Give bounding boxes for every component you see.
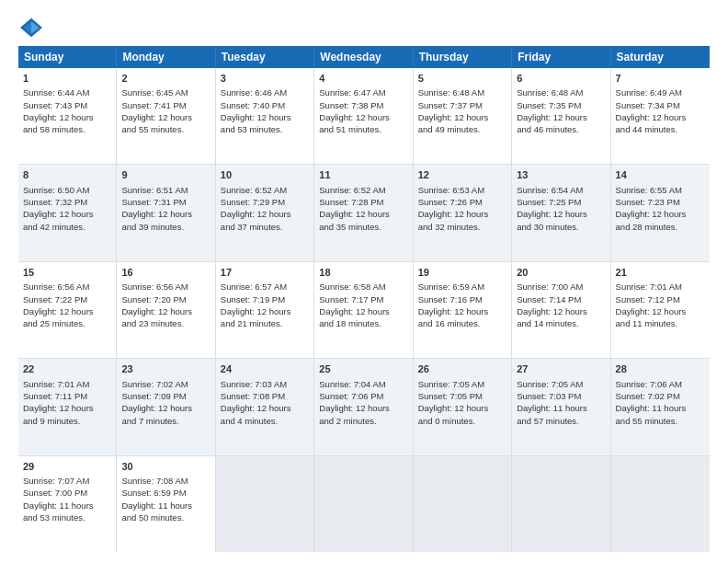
cal-cell-day-5: 5Sunrise: 6:48 AMSunset: 7:37 PMDaylight… [414, 68, 512, 164]
day-info-line: Sunset: 7:29 PM [221, 196, 309, 208]
day-info-line: Daylight: 11 hours [517, 402, 605, 414]
day-info-line: Sunset: 7:20 PM [121, 293, 210, 305]
day-info-line: and 9 minutes. [23, 415, 111, 427]
logo-icon [18, 17, 44, 39]
day-info-line: Daylight: 12 hours [418, 402, 506, 414]
day-info-line: and 55 minutes. [121, 123, 210, 135]
cal-cell-day-24: 24Sunrise: 7:03 AMSunset: 7:08 PMDayligh… [216, 359, 314, 454]
day-info-line: Sunset: 7:03 PM [517, 390, 605, 402]
cal-cell-day-22: 22Sunrise: 7:01 AMSunset: 7:11 PMDayligh… [18, 359, 117, 454]
day-info-line: and 4 minutes. [221, 415, 309, 427]
day-info-line: Sunrise: 7:07 AM [23, 475, 111, 487]
day-number: 5 [418, 72, 506, 86]
day-info-line: Daylight: 12 hours [23, 111, 111, 123]
day-info-line: Sunset: 7:43 PM [23, 99, 111, 111]
page: SundayMondayTuesdayWednesdayThursdayFrid… [0, 0, 728, 563]
day-info-line: Sunset: 7:16 PM [418, 293, 506, 305]
day-info-line: Sunset: 7:32 PM [23, 196, 111, 208]
cal-cell-day-14: 14Sunrise: 6:55 AMSunset: 7:23 PMDayligh… [611, 165, 710, 260]
day-info-line: Sunrise: 6:48 AM [517, 86, 605, 98]
day-info-line: Sunset: 7:17 PM [319, 293, 407, 305]
day-number: 2 [121, 72, 210, 86]
day-info-line: Daylight: 12 hours [517, 305, 605, 317]
calendar-row-5: 29Sunrise: 7:07 AMSunset: 7:00 PMDayligh… [18, 456, 710, 552]
day-info-line: and 2 minutes. [319, 415, 407, 427]
day-info-line: Sunrise: 6:50 AM [23, 184, 111, 196]
day-number: 20 [517, 266, 605, 280]
day-number: 3 [221, 72, 309, 86]
day-info-line: Sunrise: 6:51 AM [121, 184, 210, 196]
day-info-line: Daylight: 12 hours [319, 111, 407, 123]
day-info-line: and 21 minutes. [221, 317, 309, 329]
day-info-line: Sunrise: 7:06 AM [616, 378, 705, 390]
cal-cell-day-12: 12Sunrise: 6:53 AMSunset: 7:26 PMDayligh… [414, 165, 512, 260]
day-info-line: Sunset: 7:22 PM [23, 293, 111, 305]
day-info-line: and 23 minutes. [121, 317, 210, 329]
day-info-line: Daylight: 12 hours [616, 208, 705, 220]
day-info-line: Daylight: 12 hours [319, 208, 407, 220]
day-info-line: Sunset: 7:11 PM [23, 390, 111, 402]
cal-cell-day-4: 4Sunrise: 6:47 AMSunset: 7:38 PMDaylight… [314, 68, 413, 164]
day-info-line: and 50 minutes. [121, 511, 210, 523]
cal-cell-day-26: 26Sunrise: 7:05 AMSunset: 7:05 PMDayligh… [414, 359, 512, 454]
day-info-line: and 30 minutes. [517, 221, 605, 233]
day-number: 30 [121, 460, 210, 474]
day-number: 24 [221, 362, 309, 376]
cal-cell-day-19: 19Sunrise: 6:59 AMSunset: 7:16 PMDayligh… [414, 262, 512, 358]
cal-cell-day-16: 16Sunrise: 6:56 AMSunset: 7:20 PMDayligh… [117, 262, 215, 358]
cal-cell-day-18: 18Sunrise: 6:58 AMSunset: 7:17 PMDayligh… [314, 262, 413, 358]
cal-cell-day-10: 10Sunrise: 6:52 AMSunset: 7:29 PMDayligh… [216, 165, 314, 260]
day-info-line: Daylight: 12 hours [418, 208, 506, 220]
day-info-line: Sunrise: 6:45 AM [121, 86, 210, 98]
day-info-line: Sunrise: 6:57 AM [221, 281, 309, 293]
day-info-line: and 25 minutes. [23, 317, 111, 329]
cal-cell-day-29: 29Sunrise: 7:07 AMSunset: 7:00 PMDayligh… [18, 456, 117, 552]
day-number: 21 [616, 266, 705, 280]
cal-cell-day-13: 13Sunrise: 6:54 AMSunset: 7:25 PMDayligh… [512, 165, 610, 260]
day-info-line: Sunrise: 7:01 AM [616, 281, 705, 293]
day-number: 13 [517, 168, 605, 182]
day-info-line: Sunset: 7:14 PM [517, 293, 605, 305]
day-info-line: Sunrise: 7:05 AM [418, 378, 506, 390]
calendar-row-2: 8Sunrise: 6:50 AMSunset: 7:32 PMDaylight… [18, 165, 710, 261]
day-number: 22 [23, 362, 111, 376]
calendar-body: 1Sunrise: 6:44 AMSunset: 7:43 PMDaylight… [18, 68, 710, 552]
day-info-line: Sunset: 7:12 PM [616, 293, 705, 305]
cal-cell-day-17: 17Sunrise: 6:57 AMSunset: 7:19 PMDayligh… [216, 262, 314, 358]
day-number: 23 [121, 362, 210, 376]
day-number: 6 [517, 72, 605, 86]
day-number: 27 [517, 362, 605, 376]
day-info-line: Sunset: 7:23 PM [616, 196, 705, 208]
day-info-line: Daylight: 12 hours [418, 111, 506, 123]
day-info-line: and 46 minutes. [517, 123, 605, 135]
cal-header-friday: Friday [512, 46, 610, 68]
day-info-line: Sunrise: 6:47 AM [319, 86, 407, 98]
cal-cell-day-25: 25Sunrise: 7:04 AMSunset: 7:06 PMDayligh… [314, 359, 413, 454]
cal-cell-day-27: 27Sunrise: 7:05 AMSunset: 7:03 PMDayligh… [512, 359, 610, 454]
day-info-line: Daylight: 12 hours [319, 305, 407, 317]
day-info-line: Sunrise: 6:56 AM [121, 281, 210, 293]
day-number: 11 [319, 168, 407, 182]
day-info-line: Daylight: 12 hours [418, 305, 506, 317]
day-info-line: Sunset: 7:31 PM [121, 196, 210, 208]
day-info-line: and 53 minutes. [23, 511, 111, 523]
cal-cell-day-21: 21Sunrise: 7:01 AMSunset: 7:12 PMDayligh… [611, 262, 710, 358]
day-number: 29 [23, 460, 111, 474]
day-info-line: Sunrise: 7:04 AM [319, 378, 407, 390]
calendar: SundayMondayTuesdayWednesdayThursdayFrid… [18, 46, 710, 552]
day-info-line: Sunrise: 6:46 AM [221, 86, 309, 98]
day-info-line: Daylight: 12 hours [616, 111, 705, 123]
day-info-line: and 37 minutes. [221, 221, 309, 233]
day-info-line: Sunrise: 6:53 AM [418, 184, 506, 196]
day-info-line: Sunrise: 6:59 AM [418, 281, 506, 293]
day-info-line: and 55 minutes. [616, 415, 705, 427]
day-info-line: Daylight: 12 hours [121, 208, 210, 220]
day-info-line: and 14 minutes. [517, 317, 605, 329]
day-info-line: and 28 minutes. [616, 221, 705, 233]
header [18, 17, 710, 39]
cal-cell-day-11: 11Sunrise: 6:52 AMSunset: 7:28 PMDayligh… [314, 165, 413, 260]
day-info-line: and 7 minutes. [121, 415, 210, 427]
cal-header-monday: Monday [117, 46, 215, 68]
day-info-line: Sunset: 6:59 PM [121, 487, 210, 499]
day-info-line: Daylight: 11 hours [121, 500, 210, 511]
